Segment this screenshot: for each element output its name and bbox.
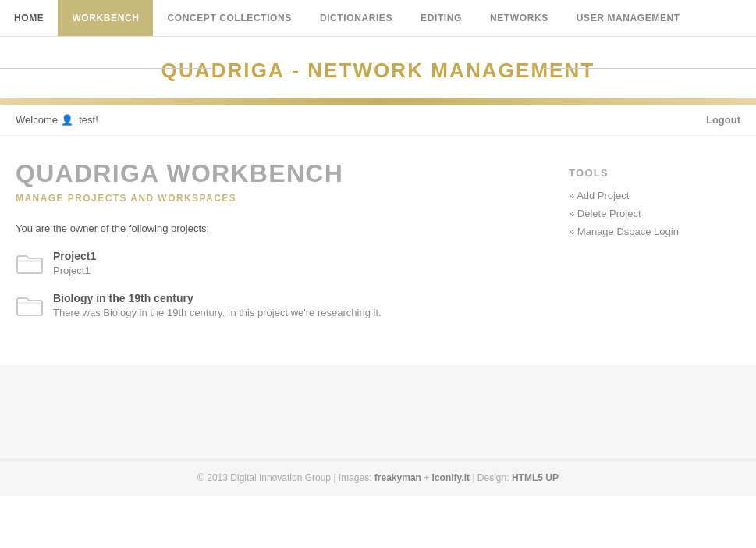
- nav-dictionaries[interactable]: DICTIONARIES: [306, 0, 406, 36]
- header-banner: QUADRIGA - NETWORK MANAGEMENT: [0, 37, 756, 98]
- page-subtitle: MANAGE PROJECTS AND WORKSPACES: [16, 193, 538, 204]
- project-info: Biology in the 19th century There was Bi…: [53, 292, 382, 318]
- page-title: QUADRIGA WORKBENCH: [16, 159, 538, 188]
- nav-home[interactable]: HOME: [0, 0, 58, 36]
- logout-button[interactable]: Logout: [706, 114, 740, 126]
- footer-freakyman-link[interactable]: freakyman: [374, 472, 421, 483]
- project-info: Project1 Project1: [53, 250, 96, 276]
- footer-plus: +: [424, 472, 429, 483]
- folder-icon: [16, 251, 44, 275]
- tools-sidebar: TOOLS Add Project Delete Project Manage …: [569, 159, 740, 334]
- footer-html5up-link[interactable]: HTML5 UP: [512, 472, 559, 483]
- main-container: QUADRIGA WORKBENCH MANAGE PROJECTS AND W…: [0, 136, 756, 365]
- user-icon: 👤: [61, 114, 73, 126]
- folder-icon: [16, 294, 44, 317]
- project-item[interactable]: Project1 Project1: [16, 250, 538, 276]
- welcome-bar: Welcome 👤 test! Logout: [0, 105, 756, 136]
- header-subtitle: NETWORK MANAGEMENT: [307, 59, 595, 82]
- nav-networks[interactable]: NETWORKS: [476, 0, 563, 36]
- add-project-link[interactable]: Add Project: [569, 190, 740, 201]
- content-area: QUADRIGA WORKBENCH MANAGE PROJECTS AND W…: [16, 159, 569, 334]
- delete-project-link[interactable]: Delete Project: [569, 208, 740, 219]
- project-description: There was Biology in the 19th century. I…: [53, 307, 382, 318]
- manage-dspace-login-link[interactable]: Manage Dspace Login: [569, 226, 740, 237]
- username: test!: [79, 114, 98, 126]
- app-name: QUADRIGA: [161, 59, 285, 82]
- footer-iconify-link[interactable]: Iconify.lt: [432, 472, 470, 483]
- footer: © 2013 Digital Innovation Group | Images…: [0, 459, 756, 496]
- owner-text: You are the owner of the following proje…: [16, 222, 538, 234]
- nav-editing[interactable]: EDITING: [406, 0, 476, 36]
- project-name: Biology in the 19th century: [53, 292, 382, 304]
- welcome-text: Welcome 👤 test!: [16, 114, 98, 126]
- footer-pipe: | Design:: [472, 472, 509, 483]
- footer-copyright: © 2013 Digital Innovation Group | Images…: [197, 472, 371, 483]
- project-name: Project1: [53, 250, 96, 262]
- header-separator: -: [292, 59, 307, 82]
- nav-workbench[interactable]: WORKBENCH: [58, 0, 153, 36]
- header-title: QUADRIGA - NETWORK MANAGEMENT: [0, 59, 756, 83]
- nav-concept-collections[interactable]: CONCEPT COLLECTIONS: [153, 0, 305, 36]
- gold-divider: [0, 98, 756, 105]
- main-nav: HOME WORKBENCH CONCEPT COLLECTIONS DICTI…: [0, 0, 756, 37]
- project-item[interactable]: Biology in the 19th century There was Bi…: [16, 292, 538, 318]
- welcome-label: Welcome: [16, 114, 58, 126]
- footer-spacer: [0, 365, 756, 459]
- project-description: Project1: [53, 265, 96, 276]
- nav-user-management[interactable]: USER MANAGEMENT: [563, 0, 694, 36]
- tools-title: TOOLS: [569, 167, 740, 179]
